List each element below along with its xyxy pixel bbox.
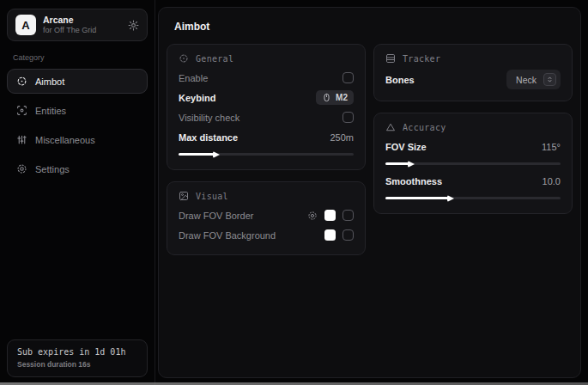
app-logo: A [15,15,36,35]
main-area: Aimbot General Enable [155,0,588,385]
settings-gear-icon[interactable] [128,20,139,31]
arcane-window: A Arcane for Off The Grid Category Aimbo… [0,0,588,385]
category-label: Category [13,53,142,62]
chevrons-up-down-icon [543,73,556,86]
crosshair-icon [16,76,27,87]
app-name: Arcane [43,15,96,25]
fov-size-value: 115° [542,142,561,152]
enable-row: Enable [179,68,354,88]
draw-fov-border-row: Draw FOV Border [179,205,354,225]
smoothness-label: Smoothness [385,176,442,186]
sidebar-item-miscellaneous[interactable]: Miscellaneous [7,127,148,152]
visibility-check-row: Visibility check [179,107,354,127]
bones-select[interactable]: Neck [506,70,561,89]
sidebar-item-settings[interactable]: Settings [7,156,148,181]
fov-border-color-swatch[interactable] [324,210,336,221]
smoothness-slider[interactable] [385,197,561,199]
panel-title: Visual [196,192,228,201]
visual-panel-header: Visual [179,191,354,201]
keybind-value: M2 [336,93,348,102]
panel-title: Accuracy [403,123,446,132]
slider-fill[interactable] [385,162,409,165]
sliders-icon [16,134,27,145]
accuracy-panel: Accuracy FOV Size 115° [373,113,573,214]
max-distance-row: Max distance 250m [179,127,354,147]
crosshair-icon [179,53,189,64]
app-header-card: A Arcane for Off The Grid [7,9,148,41]
image-icon [179,191,189,201]
gear-icon [16,163,27,174]
draw-fov-border-label: Draw FOV Border [179,211,253,221]
app-meta: Arcane for Off The Grid [43,15,96,34]
right-column: Tracker Bones Neck [373,44,573,214]
fov-border-checkbox[interactable] [342,210,354,221]
sidebar-item-entities[interactable]: Entities [7,98,148,123]
fov-border-settings-icon[interactable] [307,211,318,221]
sidebar-nav: Aimbot Entities Miscellaneous Settings [7,69,148,181]
page-title: Aimbot [167,8,573,44]
max-distance-value: 250m [330,132,354,143]
enable-checkbox[interactable] [342,72,354,83]
sidebar-item-label: Aimbot [35,76,64,87]
draw-fov-background-row: Draw FOV Background [179,225,354,245]
bones-label: Bones [385,75,415,85]
sidebar-item-label: Miscellaneous [35,135,95,145]
smoothness-row: Smoothness 10.0 [385,171,561,191]
sidebar-item-label: Entities [35,106,66,116]
rows-icon [385,53,396,64]
tracker-panel: Tracker Bones Neck [373,44,573,101]
tracker-panel-header: Tracker [385,53,561,64]
fov-size-label: FOV Size [385,142,427,152]
enable-label: Enable [179,73,208,83]
visibility-checkbox[interactable] [342,112,354,123]
fov-size-slider[interactable] [385,162,561,165]
mouse-icon [322,93,331,102]
main-surface: Aimbot General Enable [158,7,581,378]
keybind-label: Keybind [179,93,215,103]
sidebar-item-label: Settings [35,164,70,174]
sidebar: A Arcane for Off The Grid Category Aimbo… [0,0,155,385]
max-distance-label: Max distance [179,132,238,143]
max-distance-slider[interactable] [179,153,354,156]
session-duration-text: Session duration 16s [17,360,137,369]
draw-fov-background-label: Draw FOV Background [179,230,276,241]
app-subtitle: for Off The Grid [43,26,96,34]
fov-background-checkbox[interactable] [342,229,354,241]
scan-eye-icon [16,105,27,116]
panel-title: Tracker [403,54,440,64]
accuracy-panel-header: Accuracy [385,122,561,132]
visibility-check-label: Visibility check [179,113,239,123]
fov-size-row: FOV Size 115° [385,137,561,156]
slider-fill[interactable] [179,153,214,156]
general-panel: General Enable Keybind [167,44,366,170]
slider-fill[interactable] [385,197,448,199]
triangle-icon [385,122,396,132]
subscription-card: Sub expires in 1d 01h Session duration 1… [7,339,148,377]
bones-selected-value: Neck [516,75,536,85]
keybind-row: Keybind M2 [179,88,354,107]
keybind-button[interactable]: M2 [316,90,354,105]
left-column: General Enable Keybind [167,44,366,255]
general-panel-header: General [179,53,354,64]
sidebar-item-aimbot[interactable]: Aimbot [7,69,148,94]
smoothness-value: 10.0 [543,176,561,186]
subscription-expiry-text: Sub expires in 1d 01h [17,347,137,357]
bones-row: Bones Neck [385,68,561,91]
visual-panel: Visual Draw FOV Border [167,181,366,255]
panel-title: General [196,54,233,64]
fov-background-color-swatch[interactable] [324,229,336,241]
